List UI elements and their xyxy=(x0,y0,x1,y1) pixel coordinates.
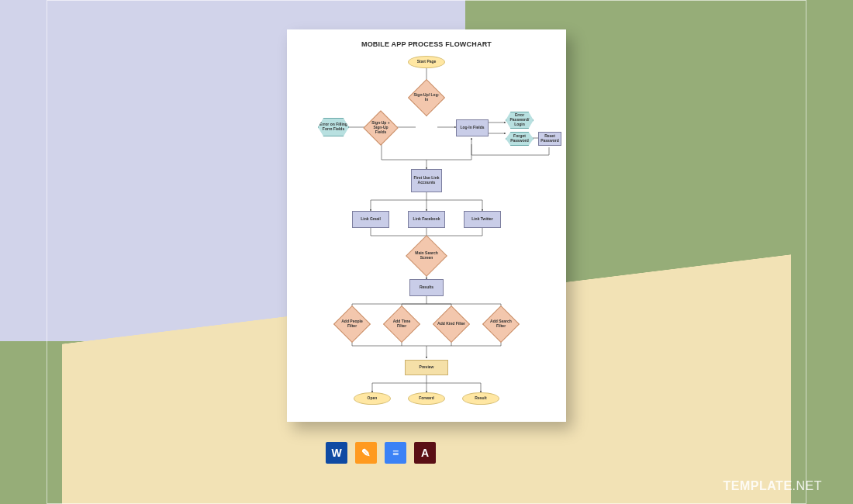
forward-label: Forward xyxy=(419,396,434,401)
result-terminal: Result xyxy=(462,392,499,405)
search-filter-node: Add Search Filter xyxy=(487,310,515,338)
main-search-label: Main Search Screen xyxy=(411,251,442,261)
signup-login-label: Sign-Up/ Log-In xyxy=(413,93,440,102)
link-gmail-node: Link Gmail xyxy=(352,211,389,228)
forward-terminal: Forward xyxy=(408,392,445,405)
preview-label: Preview xyxy=(420,365,434,370)
pages-icon[interactable]: ✎ xyxy=(355,442,377,464)
kind-filter-node: Add Kind Filter xyxy=(437,310,465,338)
link-twitter-node: Link Twitter xyxy=(464,211,501,228)
search-filter-label: Add Search Filter xyxy=(487,319,515,329)
preview-node: Preview xyxy=(405,360,448,375)
people-filter-node: Add People Filter xyxy=(338,310,366,338)
reset-password-node: Reset Password xyxy=(538,132,561,146)
result-label: Result xyxy=(475,396,486,401)
results-node: Results xyxy=(409,279,444,296)
results-label: Results xyxy=(420,285,433,290)
forgot-password-node: Forgot Password xyxy=(506,132,534,146)
forgot-password-label: Forgot Password xyxy=(507,134,532,143)
link-gmail-label: Link Gmail xyxy=(361,217,381,222)
link-facebook-node: Link Facebook xyxy=(408,211,445,228)
main-search-node: Main Search Screen xyxy=(411,240,442,271)
reset-password-label: Reset Password xyxy=(540,134,560,143)
link-facebook-label: Link Facebook xyxy=(413,217,440,222)
start-node: Start Page xyxy=(408,56,445,68)
first-use-label: First Use Link Accounts xyxy=(413,176,440,185)
start-label: Start Page xyxy=(417,60,437,64)
download-format-icons: W ✎ ≡ A xyxy=(326,442,436,464)
open-terminal: Open xyxy=(354,392,391,405)
password-error-label: Error Password/ Login xyxy=(507,113,532,126)
form-error-label: Error on Filling Form Fields xyxy=(319,123,347,132)
signup-login-decision: Sign-Up/ Log-In xyxy=(413,84,440,112)
time-filter-node: Add Time Filter xyxy=(388,310,416,338)
login-fields-node: Log-In Fields xyxy=(456,119,489,136)
link-twitter-label: Link Twitter xyxy=(471,217,493,222)
form-error-node: Error on Filling Form Fields xyxy=(318,118,349,136)
first-use-node: First Use Link Accounts xyxy=(411,169,442,192)
watermark-bold: TEMPLATE xyxy=(723,479,793,492)
watermark-light: .NET xyxy=(793,479,822,492)
gdocs-icon[interactable]: ≡ xyxy=(385,442,406,464)
word-icon[interactable]: W xyxy=(326,442,347,464)
flowchart-page: MOBILE APP PROCESS FLOWCHART xyxy=(287,29,566,422)
watermark: TEMPLATE.NET xyxy=(723,479,822,493)
password-error-node: Error Password/ Login xyxy=(506,112,534,129)
signup-fields-node: Sign-Up + Sign-Up Fields xyxy=(368,115,394,141)
time-filter-label: Add Time Filter xyxy=(388,319,416,329)
login-fields-label: Log-In Fields xyxy=(460,126,484,130)
pdf-icon[interactable]: A xyxy=(414,442,436,464)
people-filter-label: Add People Filter xyxy=(338,319,366,329)
signup-fields-label: Sign-Up + Sign-Up Fields xyxy=(368,121,394,134)
open-label: Open xyxy=(368,396,378,401)
kind-filter-label: Add Kind Filter xyxy=(437,322,465,326)
